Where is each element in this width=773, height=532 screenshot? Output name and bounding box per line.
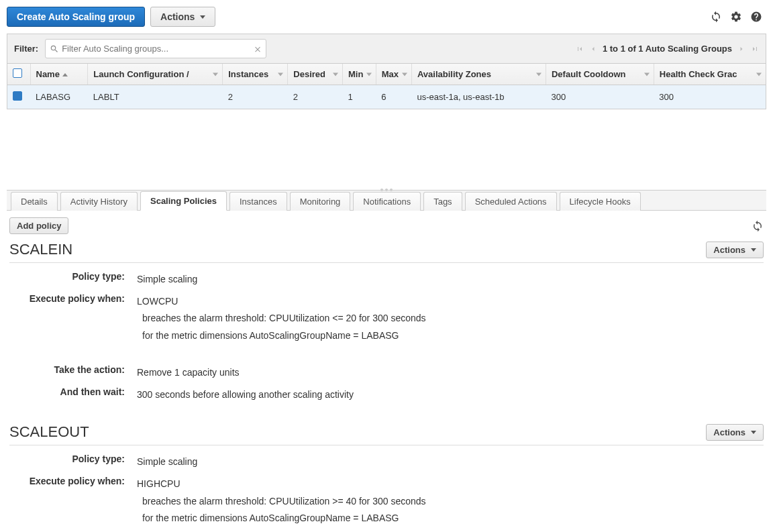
- table-row[interactable]: LABASG LABLT 2 2 1 6 us-east-1a, us-east…: [7, 85, 766, 109]
- chevron-down-icon: [644, 72, 650, 76]
- chevron-down-icon: [366, 72, 372, 76]
- value-and-wait: 300 seconds before allowing another scal…: [137, 386, 764, 403]
- clear-filter-icon[interactable]: [254, 45, 262, 53]
- col-launch-config[interactable]: Launch Configuration /: [88, 64, 223, 85]
- page-first-icon[interactable]: [576, 45, 584, 53]
- col-instances[interactable]: Instances: [223, 64, 288, 85]
- drag-handle-icon[interactable]: [380, 189, 393, 191]
- table-header-row: Name Launch Configuration / Instances De…: [7, 64, 766, 85]
- cell-health: 300: [654, 85, 766, 109]
- alarm-name: LOWCPU: [137, 293, 764, 310]
- chevron-down-icon: [200, 15, 205, 19]
- actions-label: Actions: [160, 11, 195, 22]
- cell-min: 1: [342, 85, 376, 109]
- chevron-down-icon: [756, 72, 762, 76]
- chevron-down-icon: [751, 248, 756, 252]
- filter-bar: Filter: 1 to 1 of 1 Auto Scaling Groups: [7, 34, 766, 64]
- add-policy-button[interactable]: Add policy: [9, 217, 68, 234]
- alarm-name: HIGHCPU: [137, 476, 764, 492]
- cell-desired: 2: [288, 85, 343, 109]
- policy-actions-label: Actions: [713, 245, 745, 255]
- label-take-action: Take the action:: [9, 364, 137, 375]
- label-execute-when: Execute policy when:: [9, 293, 137, 304]
- detail-tabs: Details Activity History Scaling Policie…: [7, 190, 766, 211]
- label-policy-type: Policy type:: [9, 454, 137, 464]
- policy-title: SCALEOUT: [9, 423, 89, 441]
- alarm-dimensions: for the metric dimensions AutoScalingGro…: [137, 327, 764, 344]
- filter-input[interactable]: [59, 42, 254, 56]
- refresh-icon[interactable]: [710, 11, 722, 23]
- help-icon[interactable]: [750, 11, 762, 23]
- label-policy-type: Policy type:: [9, 271, 137, 282]
- cell-max: 6: [376, 85, 411, 109]
- chevron-down-icon: [213, 72, 218, 76]
- actions-button[interactable]: Actions: [150, 7, 215, 27]
- page-last-icon[interactable]: [751, 45, 759, 53]
- top-toolbar: Create Auto Scaling group Actions: [7, 7, 766, 27]
- value-execute-when: HIGHCPU breaches the alarm threshold: CP…: [137, 476, 764, 527]
- page-prev-icon[interactable]: [589, 45, 597, 53]
- policy-scalein: SCALEIN Actions Policy type: Simple scal…: [9, 241, 764, 403]
- tab-activity-history[interactable]: Activity History: [60, 192, 138, 211]
- gear-icon[interactable]: [730, 11, 742, 23]
- col-desired[interactable]: Desired: [288, 64, 343, 85]
- row-checkbox[interactable]: [13, 91, 22, 101]
- scaling-policies-panel: Add policy SCALEIN Actions Policy type: …: [7, 211, 766, 532]
- col-max[interactable]: Max: [376, 64, 411, 85]
- col-az[interactable]: Availability Zones: [411, 64, 546, 85]
- policy-actions-button[interactable]: Actions: [706, 242, 764, 258]
- chevron-down-icon: [751, 431, 756, 434]
- tab-details[interactable]: Details: [11, 192, 58, 211]
- tab-lifecycle-hooks[interactable]: Lifecycle Hooks: [560, 192, 641, 211]
- col-cooldown[interactable]: Default Cooldown: [546, 64, 654, 85]
- value-take-action: Remove 1 capacity units: [137, 364, 764, 381]
- filter-label: Filter:: [14, 44, 38, 54]
- value-policy-type: Simple scaling: [137, 271, 764, 288]
- tab-scaling-policies[interactable]: Scaling Policies: [140, 191, 227, 211]
- alarm-dimensions: for the metric dimensions AutoScalingGro…: [137, 510, 764, 527]
- chevron-down-icon: [278, 72, 283, 76]
- page-next-icon[interactable]: [737, 45, 745, 53]
- label-and-wait: And then wait:: [9, 386, 137, 397]
- pagination: 1 to 1 of 1 Auto Scaling Groups: [576, 44, 759, 54]
- cell-cooldown: 300: [546, 85, 654, 109]
- value-policy-type: Simple scaling: [137, 454, 764, 470]
- tab-tags[interactable]: Tags: [423, 192, 462, 211]
- select-all-checkbox[interactable]: [13, 68, 22, 78]
- policy-actions-button[interactable]: Actions: [706, 424, 764, 441]
- label-execute-when: Execute policy when:: [9, 476, 137, 486]
- cell-instances: 2: [223, 85, 288, 109]
- chevron-down-icon: [536, 72, 542, 76]
- cell-az: us-east-1a, us-east-1b: [411, 85, 546, 109]
- value-execute-when: LOWCPU breaches the alarm threshold: CPU…: [137, 293, 764, 344]
- cell-launch-config: LABLT: [88, 85, 223, 109]
- tab-instances[interactable]: Instances: [229, 192, 287, 211]
- tab-notifications[interactable]: Notifications: [353, 192, 421, 211]
- tab-monitoring[interactable]: Monitoring: [290, 192, 351, 211]
- col-min[interactable]: Min: [342, 64, 376, 85]
- pagination-text: 1 to 1 of 1 Auto Scaling Groups: [603, 44, 732, 54]
- policy-scaleout: SCALEOUT Actions Policy type: Simple sca…: [9, 423, 764, 527]
- col-name[interactable]: Name: [30, 64, 88, 85]
- alarm-breach: breaches the alarm threshold: CPUUtiliza…: [137, 310, 764, 327]
- search-box: [45, 39, 266, 58]
- refresh-policies-icon[interactable]: [752, 220, 764, 232]
- cell-name: LABASG: [30, 85, 88, 109]
- create-asg-label: Create Auto Scaling group: [17, 11, 135, 22]
- search-icon: [50, 44, 59, 54]
- alarm-breach: breaches the alarm threshold: CPUUtiliza…: [137, 493, 764, 510]
- add-policy-label: Add policy: [17, 221, 61, 231]
- chevron-down-icon: [402, 72, 407, 76]
- policy-actions-label: Actions: [713, 427, 745, 437]
- tab-scheduled-actions[interactable]: Scheduled Actions: [465, 192, 557, 211]
- asg-table: Name Launch Configuration / Instances De…: [7, 64, 766, 109]
- chevron-down-icon: [333, 72, 338, 76]
- create-asg-button[interactable]: Create Auto Scaling group: [7, 7, 145, 27]
- policy-title: SCALEIN: [9, 241, 72, 258]
- sort-asc-icon: [62, 73, 68, 76]
- col-health[interactable]: Health Check Grac: [654, 64, 766, 85]
